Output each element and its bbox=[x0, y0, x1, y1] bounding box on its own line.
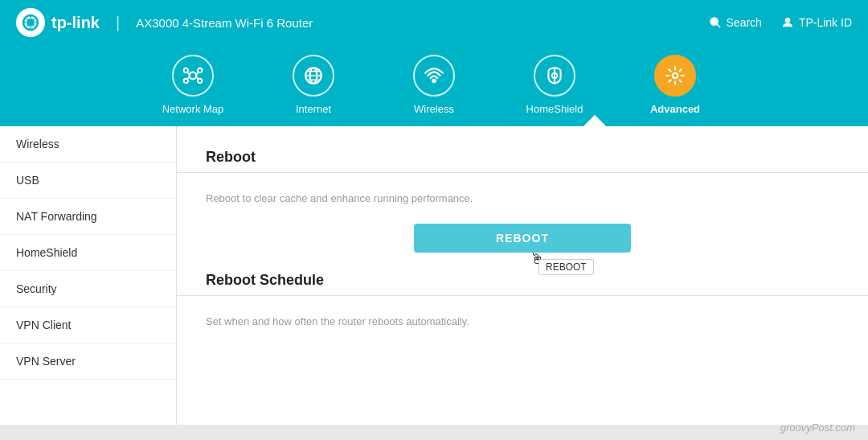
sidebar-item-wireless[interactable]: Wireless bbox=[0, 126, 176, 162]
nav-label-network-map: Network Map bbox=[162, 103, 224, 115]
sidebar-item-usb[interactable]: USB bbox=[0, 162, 176, 199]
account-button[interactable]: TP-Link ID bbox=[781, 16, 852, 29]
svg-line-10 bbox=[187, 72, 190, 75]
search-button[interactable]: Search bbox=[709, 16, 762, 29]
nav-item-internet[interactable]: Internet bbox=[277, 55, 350, 126]
nav-item-advanced[interactable]: Advanced bbox=[639, 55, 711, 126]
schedule-description: Set when and how often the router reboot… bbox=[206, 315, 839, 327]
content-area: Reboot Reboot to clear cache and enhance… bbox=[177, 126, 868, 425]
svg-point-4 bbox=[785, 19, 789, 23]
router-model: AX3000 4-Stream Wi-Fi 6 Router bbox=[136, 16, 313, 30]
svg-point-5 bbox=[190, 72, 197, 80]
svg-line-13 bbox=[196, 76, 199, 80]
sidebar-item-nat-forwarding[interactable]: NAT Forwarding bbox=[0, 199, 176, 235]
internet-icon-circle bbox=[293, 55, 334, 97]
sidebar-item-vpn-server[interactable]: VPN Server bbox=[0, 343, 176, 380]
sidebar-item-homeshield[interactable]: HomeShield bbox=[0, 235, 176, 271]
nav-item-wireless[interactable]: Wireless bbox=[398, 55, 470, 126]
header-divider: | bbox=[116, 14, 120, 32]
reboot-button[interactable]: REBOOT bbox=[414, 224, 631, 253]
logo-icon bbox=[16, 8, 45, 37]
homeshield-icon-circle bbox=[534, 55, 575, 97]
reboot-divider bbox=[177, 172, 868, 173]
header-right: Search TP-Link ID bbox=[709, 16, 852, 29]
reboot-tooltip: REBOOT bbox=[538, 259, 594, 275]
sidebar-item-vpn-client[interactable]: VPN Client bbox=[0, 307, 176, 343]
svg-point-21 bbox=[673, 73, 678, 79]
svg-point-19 bbox=[432, 80, 435, 82]
network-map-icon-circle bbox=[172, 55, 214, 97]
nav-bar: Network Map Internet Wireless bbox=[0, 45, 868, 126]
account-label: TP-Link ID bbox=[799, 16, 852, 29]
nav-label-wireless: Wireless bbox=[414, 103, 454, 115]
nav-label-homeshield: HomeShield bbox=[526, 103, 583, 115]
header-left: tp-link | AX3000 4-Stream Wi-Fi 6 Router bbox=[16, 8, 313, 37]
schedule-title: Reboot Schedule bbox=[206, 272, 839, 289]
svg-point-2 bbox=[710, 18, 718, 25]
advanced-icon-circle bbox=[654, 55, 696, 97]
main-layout: Wireless USB NAT Forwarding HomeShield S… bbox=[0, 126, 868, 425]
svg-line-11 bbox=[196, 72, 199, 75]
sidebar-item-security[interactable]: Security bbox=[0, 271, 176, 307]
logo-text: tp-link bbox=[51, 14, 100, 32]
reboot-button-area: REBOOT 🖱 REBOOT bbox=[206, 224, 839, 253]
nav-item-homeshield[interactable]: HomeShield bbox=[518, 55, 591, 126]
wireless-icon-circle bbox=[413, 55, 455, 97]
logo: tp-link bbox=[16, 8, 100, 37]
reboot-description: Reboot to clear cache and enhance runnin… bbox=[206, 192, 839, 204]
svg-line-3 bbox=[717, 24, 720, 27]
nav-label-internet: Internet bbox=[296, 103, 331, 115]
search-label: Search bbox=[727, 16, 762, 29]
nav-label-advanced: Advanced bbox=[650, 103, 700, 115]
schedule-divider bbox=[177, 295, 868, 296]
header: tp-link | AX3000 4-Stream Wi-Fi 6 Router… bbox=[0, 0, 868, 45]
sidebar: Wireless USB NAT Forwarding HomeShield S… bbox=[0, 126, 177, 425]
nav-item-network-map[interactable]: Network Map bbox=[157, 55, 229, 126]
svg-line-12 bbox=[187, 76, 190, 80]
reboot-title: Reboot bbox=[206, 149, 839, 166]
watermark: groovyPost.com bbox=[780, 421, 855, 434]
